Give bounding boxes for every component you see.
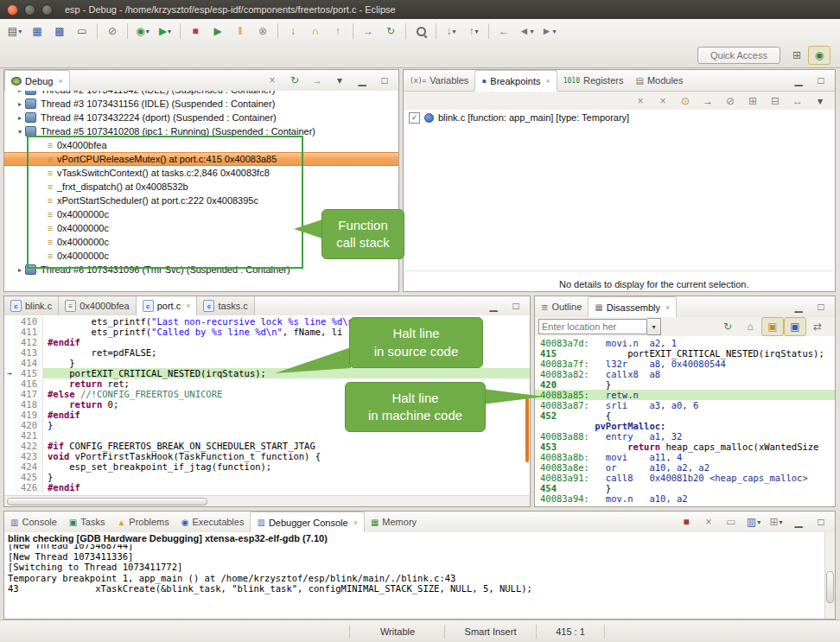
annotation-ruler[interactable] [4,389,15,399]
annotation-ruler[interactable] [4,358,15,368]
disassembly-line[interactable]: 454 } [540,483,835,493]
thread-row[interactable]: ▸Thread #6 1073431096 (Tmr Svc) (Suspend… [4,263,398,277]
minimize-icon[interactable]: ▁ [787,512,810,531]
stack-frame-row[interactable]: ≡vPortCPUReleaseMutex() at port.c:415 0x… [4,152,398,166]
maximize-icon[interactable]: □ [810,71,832,90]
forward-icon[interactable]: ►▾ [538,22,560,41]
annotation-ruler[interactable] [4,347,15,358]
close-window-button[interactable] [7,4,18,16]
previous-annotation-icon[interactable]: ↑▾ [462,22,485,41]
disassembly-line[interactable]: 40083a85: retw.n [535,390,835,400]
disassembly-line[interactable]: 420 } [540,379,835,390]
annotation-ruler[interactable] [4,337,15,347]
location-input[interactable] [538,319,647,334]
minimize-window-button[interactable] [24,4,35,16]
annotation-ruler[interactable] [4,482,15,493]
disassembly-line[interactable]: 40083a88: entry a1, 32 [540,431,835,442]
instruction-stepping-mode-icon[interactable]: → [306,71,328,90]
disassembly-line[interactable]: 40083a82: callx8 a8 [540,369,835,379]
remove-all-terminated-icon[interactable]: × [261,71,283,90]
annotation-ruler[interactable] [4,472,15,482]
show-supported-breakpoints-icon[interactable]: ⊙ [674,92,697,111]
maximize-icon[interactable]: □ [505,296,527,315]
console-scrollbar-thumb[interactable] [826,571,834,603]
tab-tasks-c[interactable]: ctasks.c [197,296,254,315]
sync-with-active-debug-context-icon[interactable]: ⇄ [806,317,829,336]
annotation-ruler[interactable] [4,441,15,451]
search-icon[interactable] [410,22,432,41]
back-icon[interactable]: ◄▾ [515,22,538,41]
code-text[interactable]: void vPortFirstTaskHook(TaskFunction_t f… [43,451,530,461]
link-with-debug-view-icon[interactable]: ↔ [786,92,809,111]
terminate-icon[interactable]: ■ [184,22,207,41]
quick-access[interactable]: Quick Access [697,47,780,64]
go-to-file-for-breakpoint-icon[interactable]: → [697,92,719,111]
step-return-icon[interactable]: ↑ [327,22,349,41]
tab-debug[interactable]: Debug× [4,70,70,92]
breakpoint-checkbox[interactable] [409,112,420,124]
minimize-icon[interactable]: ▁ [787,297,810,316]
annotation-ruler[interactable] [4,461,15,472]
disassembly-line[interactable]: 40083a94: mov.n a10, a2 [540,493,835,504]
thread-row[interactable]: ▸Thread #4 1073432224 (dport) (Suspended… [4,111,398,124]
minimize-icon[interactable]: ▁ [351,71,373,90]
annotation-ruler[interactable] [4,430,15,441]
show-symbols-icon[interactable]: ▣ [784,317,806,336]
instruction-pointer-icon[interactable]: → [4,368,15,378]
clear-console-icon[interactable]: ▭ [720,512,742,531]
save-all-icon[interactable]: ▩ [48,22,71,41]
view-menu-icon[interactable]: ▾ [809,92,831,111]
maximize-icon[interactable]: □ [373,71,396,90]
home-icon[interactable]: ⌂ [739,317,761,336]
annotation-ruler[interactable] [4,378,15,389]
disconnect-icon[interactable]: ⊗ [251,22,274,41]
maximize-icon[interactable]: □ [810,297,832,316]
close-tab-icon[interactable]: × [353,518,358,527]
collapse-all-icon[interactable]: ⊟ [764,92,786,111]
disassembly-line[interactable]: 40083a7d: movi.n a2, 1 [540,338,835,348]
code-text[interactable]: #endif [43,482,530,493]
maximize-window-button[interactable] [41,4,53,16]
remove-all-breakpoints-icon[interactable]: × [652,92,674,111]
open-perspective-icon[interactable]: ⊞ [786,46,808,65]
editor-horizontal-scrollbar[interactable] [4,495,530,506]
tab-variables[interactable]: (x)=Variables [404,70,474,91]
thread-row[interactable]: ▸Thread #2 1073411342 (IDLE) (Suspended … [4,91,398,97]
annotation-ruler[interactable] [4,327,15,337]
tab-debugger-console[interactable]: ▥Debugger Console× [250,512,364,533]
annotation-ruler[interactable] [4,399,15,410]
instruction-stepping-icon[interactable]: → [357,22,379,41]
console-scrollbar[interactable] [824,532,835,619]
step-over-icon[interactable]: ∩ [304,22,327,41]
tab-registers[interactable]: 1010Registers [557,70,630,91]
new-icon[interactable]: ▤▾ [3,22,26,41]
tab-breakpoints[interactable]: ●Breakpoints× [474,70,557,92]
disassembly-line[interactable]: 453 return heap_caps_malloc(xWantedSize [540,442,835,452]
tab-console[interactable]: ▥Console [4,512,63,532]
thread-row[interactable]: ▾Thread #5 1073410208 (ipc1 : Running) (… [4,124,398,138]
disassembly-line[interactable]: pvPortMalloc: [540,421,835,431]
thread-row[interactable]: ▸Thread #3 1073431156 (IDLE) (Suspended … [4,97,398,111]
annotation-ruler[interactable] [4,410,15,420]
restart-icon[interactable]: ↻ [379,22,402,41]
next-annotation-icon[interactable]: ↓▾ [440,22,462,41]
tab-modules[interactable]: ▤Modules [629,70,689,91]
disassembly-line[interactable]: 40083a87: srli a3, a0, 6 [540,400,835,410]
skip-all-breakpoints-icon[interactable]: ⊘ [719,92,741,111]
stack-frame-row[interactable]: ≡_frxt_dispatch() at 0x4008532b [4,180,398,194]
view-menu-icon[interactable]: ▾ [328,71,351,90]
maximize-icon[interactable]: □ [810,512,832,531]
disassembly-line[interactable]: 452 { [540,410,835,421]
editor-horizontal-scrollbar-thumb[interactable] [7,498,207,505]
tab-executables[interactable]: ◉Executables [175,512,251,532]
minimize-icon[interactable]: ▁ [482,296,505,315]
disassembly-line[interactable]: 40083a8e: or a10, a2, a2 [540,462,835,473]
refresh-icon[interactable]: ↻ [716,317,739,336]
expand-all-icon[interactable]: ⊞ [741,92,764,111]
disassembly-line[interactable]: 40083a8b: movi a11, 4 [540,452,835,462]
suspend-icon[interactable]: ‖ [229,22,251,41]
close-tab-icon[interactable]: × [545,77,550,86]
annotation-ruler[interactable] [4,316,15,327]
restart-icon[interactable]: ↻ [283,71,306,90]
debug-perspective-icon[interactable]: ◉ [808,46,830,65]
